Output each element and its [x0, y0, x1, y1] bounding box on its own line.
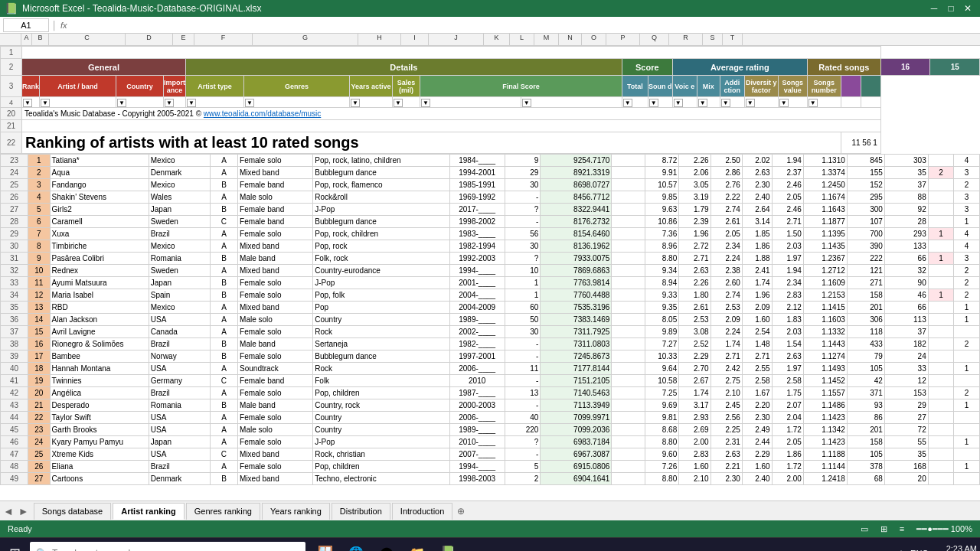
cell-mix: 2.29	[742, 448, 772, 461]
cell-score: 7311.0803	[541, 338, 612, 350]
close-button[interactable]: ✕	[960, 0, 975, 17]
filter-sound[interactable]: ▼	[649, 99, 658, 107]
filter-type[interactable]: ▼	[187, 99, 196, 107]
cell-genres: Pop, rock, children	[313, 228, 449, 240]
view-normal[interactable]: ▭	[861, 524, 868, 534]
filter-div[interactable]: ▼	[746, 99, 755, 107]
filter-country[interactable]: ▼	[117, 99, 126, 107]
copyright-link[interactable]: www.teoalida.com/database/music	[204, 109, 321, 118]
zoom-slider[interactable]: ━━●━━━ 100%	[916, 524, 972, 534]
sheet-nav-left[interactable]: ◄	[3, 505, 14, 517]
filter-sales[interactable]: ▼	[394, 99, 403, 107]
filter-mix[interactable]: ▼	[698, 99, 707, 107]
taskbar-icon-explorer[interactable]: 📁	[403, 540, 431, 552]
cell-sound: 3.19	[679, 191, 710, 204]
taskbar-icon-windows[interactable]: 🪟	[312, 540, 339, 552]
filter-score2[interactable]: ▼	[522, 99, 531, 107]
cell-voice: 2.34	[710, 240, 742, 253]
status-ready: Ready	[8, 524, 32, 533]
cell-artist: Xtreme Kids	[50, 448, 149, 461]
tab-years-ranking[interactable]: Years ranking	[262, 503, 330, 520]
cell-imp: A	[210, 314, 237, 326]
taskbar-icon-edge[interactable]: 🌐	[342, 540, 370, 552]
cell-col16	[928, 363, 954, 375]
taskbar-icon-chrome[interactable]: ⬤	[373, 540, 400, 552]
taskbar-icon-excel[interactable]: 📗	[434, 540, 462, 552]
data-row: 231Tatiana*MexicoAFemale soloPop, rock, …	[1, 155, 980, 167]
cell-rank: 1	[28, 155, 50, 167]
cell-songsnum: 20	[884, 473, 928, 485]
cell-country: Romania	[149, 399, 210, 412]
tab-introduction[interactable]: Introduction	[392, 503, 452, 520]
sheet-nav-right[interactable]: ►	[18, 505, 29, 517]
filter-total[interactable]: ▼	[623, 99, 632, 107]
cell-addi: 1.72	[772, 461, 803, 473]
tab-distribution[interactable]: Distribution	[332, 503, 390, 520]
formula-input[interactable]	[70, 21, 977, 30]
row-num: 41	[1, 375, 28, 387]
cell-imp: B	[210, 277, 237, 289]
filter-snum[interactable]: ▼	[808, 99, 818, 107]
cell-mix: 1.60	[742, 461, 772, 473]
cell-divfactor: 1.1274	[803, 350, 847, 363]
cell-divfactor: 1.3374	[803, 167, 847, 179]
cell-years: 2006-____	[449, 412, 505, 424]
cell-songsval: 118	[847, 326, 884, 338]
cell-sales: 1	[505, 289, 541, 302]
tab-artist-ranking[interactable]: Artist ranking	[113, 503, 185, 520]
filter-artist[interactable]: ▼	[41, 99, 50, 107]
cell-genres: Rock, christian	[313, 448, 449, 461]
filter-addi[interactable]: ▼	[721, 99, 730, 107]
view-layout[interactable]: ⊞	[880, 524, 887, 534]
cell-col15	[954, 448, 980, 461]
filter-imp[interactable]: ▼	[165, 99, 174, 107]
name-box[interactable]	[3, 18, 49, 32]
sub-col15	[861, 76, 880, 97]
filter-years[interactable]: ▼	[351, 99, 360, 107]
cell-sales: 1	[505, 277, 541, 289]
cell-genres: Country	[313, 314, 449, 326]
cell-songsval: 201	[847, 424, 884, 436]
sub-finalscore: Final Score	[420, 76, 622, 97]
filter-sval[interactable]: ▼	[779, 99, 789, 107]
cell-voice: 2.05	[710, 228, 742, 240]
data-row: 308TimbiricheMexicoAMixed bandPop, rock1…	[1, 240, 980, 253]
search-input[interactable]	[52, 548, 299, 552]
cell-type: Male solo	[238, 191, 313, 204]
cell-addi: 2.71	[772, 216, 803, 228]
maximize-button[interactable]: □	[943, 0, 959, 17]
cell-genres: Rock	[313, 326, 449, 338]
data-row: 3715Avril LavigneCanadaAFemale soloRock2…	[1, 326, 980, 338]
start-button[interactable]: ⊞	[3, 542, 27, 552]
cell-col15: 4	[954, 240, 980, 253]
minimize-button[interactable]: ─	[926, 0, 942, 17]
cell-songsnum: 72	[884, 424, 928, 436]
search-icon: 🔍	[36, 548, 47, 552]
tab-genres-ranking[interactable]: Genres ranking	[186, 503, 260, 520]
cell-score: 8456.7712	[541, 191, 612, 204]
title-row-22: 22 Ranking of artists with at least 10 r…	[1, 132, 980, 154]
cell-col16	[928, 338, 954, 350]
cell-country: Denmark	[149, 167, 210, 179]
filter-score1[interactable]: ▼	[421, 99, 430, 107]
window-title: Microsoft Excel - Teoalida-Music-Databas…	[22, 3, 262, 14]
cell-imp: B	[210, 204, 237, 216]
filter-genres[interactable]: ▼	[245, 99, 254, 107]
cell-total: 10.57	[645, 179, 679, 191]
cell-type: Female solo	[238, 350, 313, 363]
cell-artist: Desperado	[50, 399, 149, 412]
tray-expand[interactable]: ∧	[898, 548, 904, 551]
view-page[interactable]: ≡	[900, 524, 904, 533]
cell-total: 10.33	[645, 350, 679, 363]
cell-addi: 1.86	[772, 448, 803, 461]
search-box[interactable]: 🔍	[30, 542, 305, 552]
filter-voice[interactable]: ▼	[674, 99, 683, 107]
sheet-area[interactable]: 1 2 General Details Score Average rating…	[0, 46, 980, 500]
cell-col15: 1	[954, 399, 980, 412]
filter-rank[interactable]: ▼	[23, 99, 32, 107]
cell-imp: A	[210, 387, 237, 399]
add-sheet-button[interactable]: ⊕	[457, 506, 465, 517]
sheet-tabs[interactable]: ◄ ► Songs database Artist ranking Genres…	[0, 500, 980, 520]
tab-songs-database[interactable]: Songs database	[34, 503, 112, 520]
sub-songsvalue: Songs value	[778, 76, 807, 97]
